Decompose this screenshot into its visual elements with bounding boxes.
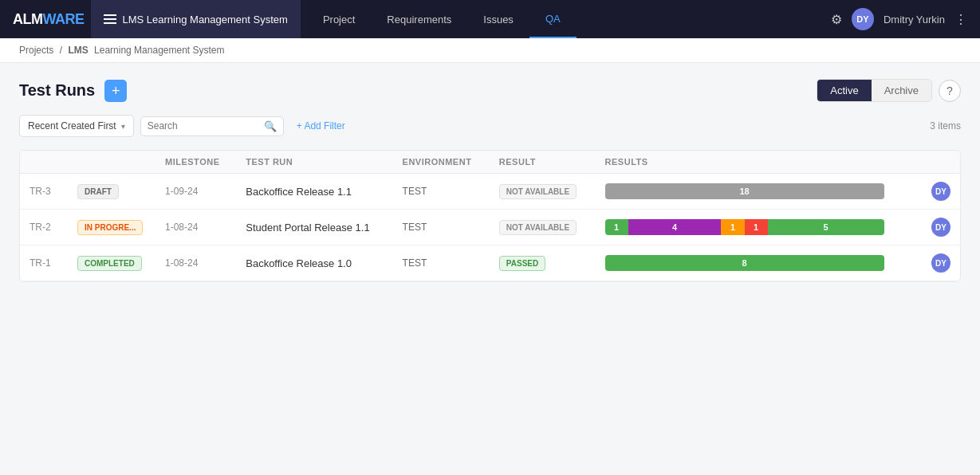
bar-single: 18 bbox=[605, 183, 884, 199]
breadcrumb: Projects / LMS Learning Management Syste… bbox=[0, 38, 980, 63]
row-user: DY bbox=[922, 174, 960, 210]
row-milestone: 1-09-24 bbox=[155, 174, 236, 210]
sort-label: Recent Created First bbox=[28, 120, 116, 132]
col-header-environment: ENVIRONMENT bbox=[393, 151, 490, 174]
row-status: DRAFT bbox=[68, 174, 155, 210]
results-bar: 14115 bbox=[605, 219, 884, 235]
tab-project[interactable]: Project bbox=[307, 0, 371, 38]
tab-issues[interactable]: Issues bbox=[467, 0, 529, 38]
result-badge: NOT AVAILABLE bbox=[499, 220, 577, 235]
sort-dropdown[interactable]: Recent Created First ▾ bbox=[19, 115, 134, 137]
results-bar: 18 bbox=[605, 183, 884, 199]
row-results-bar: 14115 bbox=[596, 210, 922, 245]
row-id: TR-1 bbox=[20, 245, 68, 281]
logo: ALMWARE bbox=[13, 11, 85, 28]
toggle-group: Active Archive bbox=[817, 79, 932, 102]
search-icon[interactable]: 🔍 bbox=[264, 120, 277, 132]
status-badge: DRAFT bbox=[77, 184, 119, 199]
row-status: COMPLETED bbox=[68, 245, 155, 281]
col-header-status[interactable] bbox=[68, 151, 155, 174]
col-header-result[interactable]: RESULT bbox=[490, 151, 596, 174]
test-runs-table: MILESTONE TEST RUN ENVIRONMENT RESULT RE… bbox=[20, 151, 960, 281]
row-id: TR-3 bbox=[20, 174, 68, 210]
bar-segment: 4 bbox=[628, 219, 722, 235]
tab-qa[interactable]: QA bbox=[529, 0, 577, 38]
col-header-milestone[interactable]: MILESTONE bbox=[155, 151, 236, 174]
status-badge: IN PROGRE... bbox=[77, 220, 143, 235]
nav-right: ⚙ DY Dmitry Yurkin ⋮ bbox=[831, 8, 967, 30]
help-button[interactable]: ? bbox=[939, 80, 961, 102]
table-container: MILESTONE TEST RUN ENVIRONMENT RESULT RE… bbox=[19, 150, 961, 282]
row-status: IN PROGRE... bbox=[68, 210, 155, 245]
add-test-run-button[interactable]: + bbox=[104, 80, 127, 102]
row-result: NOT AVAILABLE bbox=[490, 174, 596, 210]
result-badge: NOT AVAILABLE bbox=[499, 184, 577, 199]
bar-segment: 5 bbox=[768, 219, 884, 235]
row-user: DY bbox=[922, 210, 960, 245]
col-header-test-run[interactable]: TEST RUN bbox=[236, 151, 392, 174]
bar-segment: 1 bbox=[745, 219, 768, 235]
row-user: DY bbox=[922, 245, 960, 281]
page-title: Test Runs bbox=[19, 81, 95, 100]
filter-row: Recent Created First ▾ 🔍 + Add Filter 3 … bbox=[19, 115, 961, 137]
col-header-user bbox=[922, 151, 960, 174]
row-environment: TEST bbox=[393, 245, 490, 281]
nav-tabs: Project Requirements Issues QA bbox=[307, 0, 577, 38]
breadcrumb-lms: LMS bbox=[68, 45, 88, 56]
bar-segment: 1 bbox=[605, 219, 628, 235]
row-id: TR-2 bbox=[20, 210, 68, 245]
result-badge: PASSED bbox=[499, 256, 545, 271]
project-nav-label: LMS Learning Management System bbox=[123, 14, 288, 26]
table-row[interactable]: TR-3DRAFT1-09-24Backoffice Release 1.1TE… bbox=[20, 174, 960, 210]
chevron-down-icon: ▾ bbox=[121, 122, 125, 131]
row-test-run-name: Student Portal Release 1.1 bbox=[236, 210, 392, 245]
page-title-row: Test Runs + bbox=[19, 80, 127, 102]
row-test-run-name: Backoffice Release 1.1 bbox=[236, 174, 392, 210]
row-result: NOT AVAILABLE bbox=[490, 210, 596, 245]
project-nav-btn[interactable]: LMS Learning Management System bbox=[91, 0, 301, 38]
breadcrumb-project-name: Learning Management System bbox=[94, 45, 224, 56]
items-count: 3 items bbox=[930, 120, 961, 132]
bar-single: 8 bbox=[605, 255, 884, 271]
col-header-id[interactable] bbox=[20, 151, 68, 174]
user-avatar: DY bbox=[931, 182, 950, 201]
breadcrumb-projects[interactable]: Projects bbox=[19, 45, 53, 56]
avatar: DY bbox=[852, 8, 874, 30]
user-avatar: DY bbox=[931, 218, 950, 237]
gear-icon[interactable]: ⚙ bbox=[831, 12, 842, 27]
bar-segment: 1 bbox=[721, 219, 744, 235]
results-bar: 8 bbox=[605, 255, 884, 271]
user-avatar: DY bbox=[931, 253, 950, 273]
search-input[interactable] bbox=[148, 120, 259, 132]
search-box: 🔍 bbox=[140, 116, 284, 136]
more-icon[interactable]: ⋮ bbox=[954, 12, 967, 27]
row-results-bar: 18 bbox=[596, 174, 922, 210]
row-milestone: 1-08-24 bbox=[155, 210, 236, 245]
top-nav: ALMWARE LMS Learning Management System P… bbox=[0, 0, 980, 38]
row-test-run-name: Backoffice Release 1.0 bbox=[236, 245, 392, 281]
add-filter-button[interactable]: + Add Filter bbox=[290, 117, 352, 135]
table-row[interactable]: TR-2IN PROGRE...1-08-24Student Portal Re… bbox=[20, 210, 960, 245]
header-right: Active Archive ? bbox=[817, 79, 961, 102]
col-header-results: RESULTS bbox=[596, 151, 922, 174]
hamburger-icon bbox=[104, 14, 116, 24]
breadcrumb-separator: / bbox=[60, 45, 62, 56]
user-name: Dmitry Yurkin bbox=[884, 14, 945, 26]
row-environment: TEST bbox=[393, 174, 490, 210]
row-environment: TEST bbox=[393, 210, 490, 245]
tab-requirements[interactable]: Requirements bbox=[371, 0, 467, 38]
main-content: Test Runs + Active Archive ? Recent Crea… bbox=[0, 63, 980, 298]
active-toggle[interactable]: Active bbox=[817, 80, 871, 101]
row-result: PASSED bbox=[490, 245, 596, 281]
row-results-bar: 8 bbox=[596, 245, 922, 281]
page-header: Test Runs + Active Archive ? bbox=[19, 79, 961, 102]
table-row[interactable]: TR-1COMPLETED1-08-24Backoffice Release 1… bbox=[20, 245, 960, 281]
status-badge: COMPLETED bbox=[77, 256, 142, 271]
archive-toggle[interactable]: Archive bbox=[872, 80, 931, 101]
row-milestone: 1-08-24 bbox=[155, 245, 236, 281]
